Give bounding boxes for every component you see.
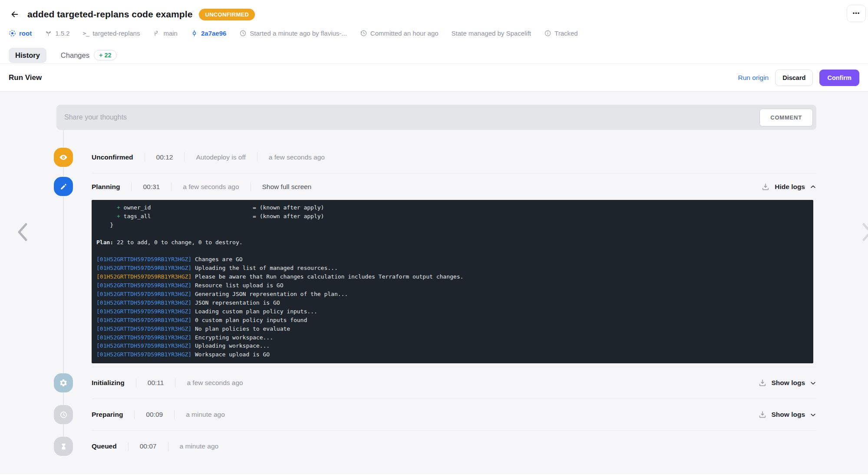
stage-time: a minute ago	[186, 411, 225, 419]
chevron-up-icon	[810, 183, 816, 190]
stage-label: Preparing	[92, 411, 123, 419]
stage-duration: 00:11	[148, 379, 164, 387]
divider	[184, 153, 185, 162]
branch-icon	[153, 30, 160, 37]
changes-count-badge: + 22	[94, 50, 117, 60]
timeline-entry-queued: Queued 00:07 a minute ago	[92, 430, 816, 462]
confirm-button[interactable]: Confirm	[819, 70, 859, 86]
back-arrow-icon[interactable]	[9, 8, 21, 20]
comment-bar: COMMENT	[56, 105, 816, 130]
run-history-panel: COMMENT Unconfirmed 00:12 Autodeploy is …	[0, 91, 868, 474]
timeline: COMMENT Unconfirmed 00:12 Autodeploy is …	[56, 105, 816, 462]
tracked-info: Tracked	[544, 30, 578, 37]
run-header: added targeted-replans code example UNCO…	[0, 0, 868, 63]
run-view-title: Run View	[9, 73, 42, 82]
timeline-entry-planning: Planning 00:31 a few seconds ago Show fu…	[92, 173, 816, 367]
divider	[257, 153, 257, 162]
comment-button[interactable]: COMMENT	[759, 109, 813, 126]
run-origin-link[interactable]: Run origin	[738, 74, 769, 82]
committed-info: Committed an hour ago	[360, 30, 439, 37]
timeline-entry-unconfirmed: Unconfirmed 00:12 Autodeploy is off a fe…	[92, 141, 816, 173]
show-logs-toggle[interactable]: Show logs	[758, 379, 817, 387]
scroll-left-chevron[interactable]	[16, 222, 29, 242]
commit-icon	[191, 30, 198, 37]
divider	[131, 182, 132, 191]
clock-stage-icon	[54, 405, 73, 424]
stage-time: a few seconds ago	[187, 379, 243, 387]
clock-icon	[239, 30, 247, 37]
stage-time: a few seconds ago	[183, 183, 239, 191]
hide-logs-toggle[interactable]: Hide logs	[761, 183, 816, 191]
discard-button[interactable]: Discard	[775, 70, 813, 86]
stage-label: Initializing	[92, 379, 125, 387]
hourglass-icon	[54, 437, 73, 456]
info-icon	[544, 30, 551, 37]
terminal-icon: >_	[83, 30, 90, 37]
download-logs-icon[interactable]	[758, 379, 767, 387]
stage-duration: 00:12	[156, 153, 173, 161]
run-view-actions: Run origin Discard Confirm	[738, 70, 859, 86]
started-info: Started a minute ago by flavius-...	[239, 30, 347, 37]
stage-label: Queued	[92, 442, 117, 450]
run-view-bar: Run View Run origin Discard Confirm	[0, 63, 868, 91]
chevron-down-icon	[810, 380, 816, 386]
stack-link[interactable]: root	[9, 30, 32, 37]
pencil-icon	[54, 177, 73, 196]
divider	[128, 442, 129, 451]
worker-pool: >_ targeted-replans	[83, 30, 140, 37]
planning-header: Planning 00:31 a few seconds ago Show fu…	[92, 173, 816, 200]
run-meta-row: root 1.5.2 >_ targeted-replans main 2a7a…	[9, 28, 859, 38]
timeline-entry-preparing: Preparing 00:09 a minute ago Show logs	[92, 399, 816, 430]
divider	[174, 410, 175, 419]
stack-icon	[9, 30, 16, 37]
tabs-row: History Changes + 22	[9, 47, 859, 63]
chevron-down-icon	[810, 412, 816, 418]
show-logs-toggle[interactable]: Show logs	[758, 410, 817, 419]
stage-time: a minute ago	[180, 442, 219, 450]
stage-label: Planning	[92, 183, 120, 191]
stage-duration: 00:09	[146, 411, 163, 419]
divider	[175, 379, 175, 388]
tab-history[interactable]: History	[9, 48, 46, 63]
eye-icon	[54, 148, 73, 167]
divider	[168, 442, 168, 451]
download-logs-icon[interactable]	[761, 183, 770, 191]
stage-duration: 00:07	[140, 442, 157, 450]
divider	[134, 410, 135, 419]
divider	[251, 182, 251, 191]
divider	[171, 182, 172, 191]
autodeploy-note: Autodeploy is off	[196, 153, 245, 161]
divider	[145, 153, 145, 162]
stage-label: Unconfirmed	[92, 153, 133, 161]
branch: main	[153, 30, 178, 37]
tab-changes[interactable]: Changes + 22	[54, 47, 123, 64]
state-managed-info: State managed by Spacelift	[452, 30, 531, 37]
terminal-log: + owner_id = (known after apply) + tags_…	[92, 200, 813, 363]
status-badge: UNCONFIRMED	[199, 9, 255, 20]
comment-input[interactable]	[64, 113, 759, 121]
title-row: added targeted-replans code example UNCO…	[9, 5, 859, 23]
terraform-version-icon	[45, 30, 52, 37]
page-title: added targeted-replans code example	[27, 9, 192, 20]
show-full-screen-link[interactable]: Show full screen	[262, 183, 312, 191]
more-actions-button[interactable]: •••	[847, 5, 866, 22]
scroll-right-chevron[interactable]	[861, 222, 868, 242]
commit-link[interactable]: 2a7ae96	[191, 30, 226, 37]
stage-time: a few seconds ago	[269, 153, 325, 161]
divider	[136, 379, 136, 388]
gear-icon	[54, 373, 73, 392]
download-logs-icon[interactable]	[758, 410, 767, 419]
timeline-entry-initializing: Initializing 00:11 a few seconds ago Sho…	[92, 367, 816, 399]
terraform-version: 1.5.2	[45, 30, 69, 37]
history-clock-icon	[360, 30, 367, 37]
stage-duration: 00:31	[143, 183, 160, 191]
